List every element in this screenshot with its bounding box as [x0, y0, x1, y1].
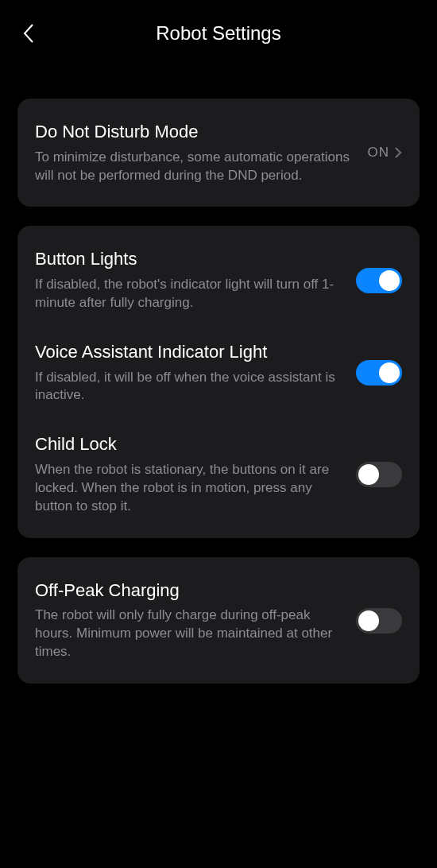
- setting-control: [356, 360, 402, 386]
- setting-control: [356, 268, 402, 293]
- setting-title: Voice Assistant Indicator Light: [35, 341, 345, 364]
- toggle-button-lights[interactable]: [356, 268, 402, 293]
- setting-title: Button Lights: [35, 248, 345, 271]
- setting-desc: If disabled, it will be off when the voi…: [35, 369, 345, 405]
- setting-off-peak-charging: Off-Peak Charging The robot will only fu…: [35, 579, 402, 661]
- back-button[interactable]: [19, 24, 38, 43]
- header: Robot Settings: [0, 0, 437, 60]
- settings-group-dnd: Do Not Disturb Mode To minimize disturba…: [17, 99, 420, 207]
- setting-value: ON: [368, 145, 390, 161]
- setting-button-lights: Button Lights If disabled, the robot's i…: [35, 248, 402, 312]
- chevron-right-icon: [394, 146, 402, 159]
- setting-child-lock: Child Lock When the robot is stationary,…: [35, 433, 402, 515]
- setting-text: Do Not Disturb Mode To minimize disturba…: [35, 121, 357, 184]
- setting-desc: If disabled, the robot's indicator light…: [35, 276, 345, 312]
- setting-desc: When the robot is stationary, the button…: [35, 461, 345, 516]
- setting-dnd[interactable]: Do Not Disturb Mode To minimize disturba…: [35, 121, 402, 184]
- setting-text: Child Lock When the robot is stationary,…: [35, 433, 345, 515]
- setting-text: Button Lights If disabled, the robot's i…: [35, 248, 345, 312]
- setting-desc: To minimize disturbance, some automatic …: [35, 149, 357, 185]
- setting-title: Off-Peak Charging: [35, 579, 345, 603]
- setting-control: [356, 462, 402, 487]
- toggle-knob: [379, 362, 400, 383]
- setting-title: Child Lock: [35, 433, 345, 456]
- setting-control: [356, 608, 402, 634]
- setting-voice-assistant-light: Voice Assistant Indicator Light If disab…: [35, 341, 402, 405]
- setting-nav-control: ON: [368, 145, 403, 161]
- toggle-off-peak-charging[interactable]: [356, 608, 402, 634]
- toggle-child-lock[interactable]: [356, 462, 402, 487]
- setting-text: Off-Peak Charging The robot will only fu…: [35, 579, 345, 661]
- chevron-left-icon: [21, 22, 36, 45]
- setting-desc: The robot will only fully charge during …: [35, 606, 345, 661]
- toggle-knob: [379, 270, 400, 291]
- settings-content: Do Not Disturb Mode To minimize disturba…: [0, 60, 437, 684]
- setting-title: Do Not Disturb Mode: [35, 121, 357, 144]
- setting-text: Voice Assistant Indicator Light If disab…: [35, 341, 345, 405]
- settings-group-charging: Off-Peak Charging The robot will only fu…: [17, 557, 420, 684]
- toggle-knob: [358, 464, 379, 485]
- page-title: Robot Settings: [16, 22, 421, 45]
- settings-group-lights: Button Lights If disabled, the robot's i…: [17, 226, 420, 537]
- toggle-knob: [358, 610, 379, 631]
- toggle-voice-assistant-light[interactable]: [356, 360, 402, 386]
